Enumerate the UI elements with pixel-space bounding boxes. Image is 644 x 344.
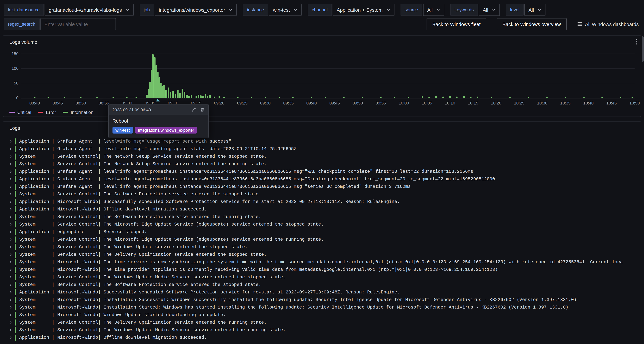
log-row[interactable]: Application | Grafana Agent | level=info…	[7, 183, 639, 190]
log-level-indicator	[15, 282, 16, 288]
chart-bar-information	[155, 65, 157, 98]
expand-chevron-icon[interactable]	[7, 138, 14, 145]
legend-item-information[interactable]: Information	[63, 110, 94, 115]
chart-bar-information	[179, 93, 181, 98]
log-row[interactable]: System | Service Control| The Microsoft …	[7, 236, 639, 243]
expand-chevron-icon[interactable]	[7, 319, 14, 326]
log-row[interactable]: Application | Microsoft-Windo| Offline d…	[7, 206, 639, 213]
expand-chevron-icon[interactable]	[7, 289, 14, 296]
log-row[interactable]: System | Microsoft-Windo| Installation S…	[7, 296, 639, 304]
chart-bar-information	[620, 97, 622, 98]
log-row[interactable]: System | Microsoft-Windo| Installation S…	[7, 304, 639, 311]
log-line-text: System | Service Control| The Network Se…	[19, 153, 267, 160]
expand-chevron-icon[interactable]	[7, 258, 14, 266]
delete-annotation-icon[interactable]	[200, 107, 204, 112]
expand-chevron-icon[interactable]	[7, 326, 14, 334]
expand-chevron-icon[interactable]	[7, 251, 14, 258]
log-row[interactable]: System | Service Control| The Software P…	[7, 190, 639, 198]
log-row[interactable]: System | Service Control| The Software P…	[7, 213, 639, 221]
expand-chevron-icon[interactable]	[7, 304, 14, 311]
expand-chevron-icon[interactable]	[7, 213, 14, 221]
expand-chevron-icon[interactable]	[7, 183, 14, 190]
log-row[interactable]: System | Microsoft-Windo| The time servi…	[7, 258, 639, 266]
panel-menu-icon[interactable]	[636, 39, 638, 45]
chart-bar-information	[218, 96, 220, 98]
back-to-windows-overview-button[interactable]: Back to Windows overview	[497, 18, 566, 30]
expand-chevron-icon[interactable]	[7, 175, 14, 183]
log-level-indicator	[15, 206, 16, 212]
log-row[interactable]: System | Service Control| The Software P…	[7, 281, 639, 289]
log-level-indicator	[15, 237, 16, 243]
log-row[interactable]: System | Service Control| The Delivery O…	[7, 319, 639, 326]
log-row[interactable]: Application | edgeupdate | Service stopp…	[7, 228, 639, 236]
variable-label: instance	[243, 4, 268, 16]
expand-chevron-icon[interactable]	[7, 274, 14, 281]
expand-chevron-icon[interactable]	[7, 190, 14, 198]
chart-bar-information	[152, 54, 154, 98]
log-row[interactable]: Application | Grafana Agent | level=info…	[7, 138, 639, 145]
log-row[interactable]: Application | Microsoft-Windo| Offline d…	[7, 334, 639, 341]
expand-chevron-icon[interactable]	[7, 160, 14, 168]
variable-channel: channelApplication + System	[308, 4, 394, 16]
variable-value-dropdown[interactable]: grafanacloud-vzhuravlevlabs-logs	[44, 4, 134, 16]
expand-chevron-icon[interactable]	[7, 311, 14, 319]
page-scrollbar-thumb[interactable]	[642, 36, 644, 62]
variable-value-dropdown[interactable]: Application + System	[332, 4, 394, 16]
expand-chevron-icon[interactable]	[7, 296, 14, 304]
log-line-text: System | Service Control| The Software P…	[19, 281, 261, 289]
variable-value-dropdown[interactable]: All	[423, 4, 444, 16]
expand-chevron-icon[interactable]	[7, 236, 14, 243]
annotation-tag[interactable]: win-test	[112, 127, 133, 133]
log-row[interactable]: Application | Grafana Agent | level=info…	[7, 168, 639, 175]
expand-chevron-icon[interactable]	[7, 145, 14, 153]
variable-value-dropdown[interactable]: win-test	[269, 4, 302, 16]
expand-chevron-icon[interactable]	[7, 243, 14, 251]
log-row[interactable]: System | Service Control| The Microsoft …	[7, 221, 639, 228]
regex-search-input[interactable]	[40, 18, 116, 30]
variable-selected-value: All	[528, 7, 534, 13]
expand-chevron-icon[interactable]	[7, 168, 14, 175]
log-row[interactable]: System | Service Control| The Delivery O…	[7, 251, 639, 258]
back-to-windows-fleet-button[interactable]: Back to Windows fleet	[426, 18, 486, 30]
expand-chevron-icon[interactable]	[7, 228, 14, 236]
annotation-marker-icon[interactable]	[156, 99, 160, 101]
log-line-text: System | Microsoft-Windo| Installation S…	[19, 296, 576, 304]
legend-item-error[interactable]: Error	[38, 110, 56, 115]
x-axis-label: 10:10	[441, 101, 459, 105]
chevron-down-icon	[229, 8, 233, 12]
logs-volume-chart[interactable]: 050100150	[21, 52, 634, 98]
legend-item-critical[interactable]: Critical	[10, 110, 31, 115]
chart-legend: CriticalErrorInformation	[10, 110, 94, 115]
log-row[interactable]: Application | Grafana Agent | level=info…	[7, 145, 639, 153]
variable-value-dropdown[interactable]: All	[479, 4, 500, 16]
x-axis-label: 10:50	[626, 101, 644, 105]
log-row[interactable]: Application | Microsoft-Windo| Successfu…	[7, 289, 639, 296]
expand-chevron-icon[interactable]	[7, 206, 14, 213]
log-level-indicator	[15, 312, 16, 318]
log-row[interactable]: System | Service Control| The Network Se…	[7, 160, 639, 168]
expand-chevron-icon[interactable]	[7, 334, 14, 341]
log-row[interactable]: System | Service Control| The Network Se…	[7, 153, 639, 160]
expand-chevron-icon[interactable]	[7, 266, 14, 274]
variable-value-dropdown[interactable]: integrations/windows_exporter	[155, 4, 237, 16]
log-row[interactable]: Application | Microsoft-Windo| Successfu…	[7, 198, 639, 206]
chart-bar-information	[34, 97, 35, 98]
chevron-down-icon	[436, 8, 440, 12]
log-row[interactable]: System | Microsoft-Windo| Windows Update…	[7, 311, 639, 319]
edit-annotation-icon[interactable]	[192, 107, 196, 112]
x-axis-label: 09:20	[210, 101, 228, 105]
log-row[interactable]: Application | Grafana Agent | level=info…	[7, 175, 639, 183]
expand-chevron-icon[interactable]	[7, 198, 14, 206]
log-line-text: Application | Microsoft-Windo| Offline d…	[19, 206, 207, 213]
log-row[interactable]: System | Service Control| The Windows Up…	[7, 326, 639, 334]
variable-value-dropdown[interactable]: All	[524, 4, 546, 16]
expand-chevron-icon[interactable]	[7, 221, 14, 228]
log-row[interactable]: System | Service Control| The Windows Up…	[7, 243, 639, 251]
all-windows-dashboards-link[interactable]: All Windows dashboards	[577, 21, 639, 27]
log-row[interactable]: System | Service Control| The Windows Up…	[7, 274, 639, 281]
x-axis-label: 09:40	[302, 101, 320, 105]
annotation-tag[interactable]: integrations/windows_exporter	[135, 127, 197, 133]
expand-chevron-icon[interactable]	[7, 153, 14, 160]
log-row[interactable]: System | Microsoft-Windo| The time provi…	[7, 266, 639, 274]
expand-chevron-icon[interactable]	[7, 281, 14, 289]
